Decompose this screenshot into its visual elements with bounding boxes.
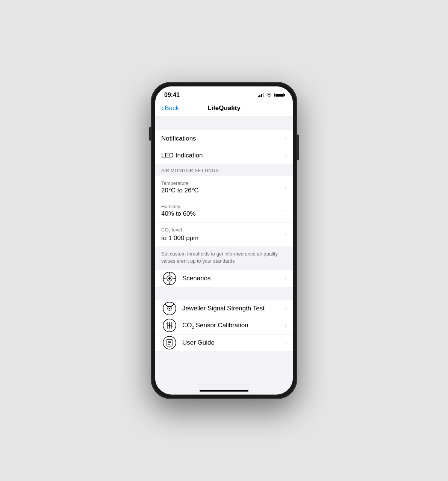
- temperature-chevron-icon: ›: [285, 184, 287, 191]
- co2-value: to 1 000 ppm: [161, 234, 282, 242]
- co2-subtitle: CO2 level: [161, 227, 282, 234]
- user-guide-item[interactable]: User Guide ›: [155, 334, 293, 351]
- air-monitor-section-header: AIR MONITOR SETTINGS: [155, 164, 293, 176]
- notifications-item[interactable]: Notifications ›: [155, 130, 293, 147]
- content-area: Notifications › LED Indication › AIR MON…: [155, 117, 293, 388]
- humidity-chevron-icon: ›: [285, 207, 287, 214]
- main-settings-group: Notifications › LED Indication ›: [155, 130, 293, 164]
- temperature-value: 20°C to 26°C: [161, 187, 282, 194]
- phone-frame: 09:41: [151, 82, 297, 399]
- bottom-padding: [155, 351, 293, 362]
- back-chevron-icon: ‹: [161, 105, 163, 112]
- notifications-label: Notifications: [161, 135, 196, 142]
- led-indication-label: LED Indication: [161, 152, 203, 159]
- back-label: Back: [165, 104, 179, 112]
- jeweller-signal-icon: [161, 300, 178, 317]
- home-indicator: [200, 390, 248, 392]
- status-icons: [258, 92, 284, 98]
- scenarios-item[interactable]: Scenarios ›: [155, 270, 293, 287]
- scenarios-icon: [161, 270, 178, 287]
- notifications-chevron-icon: ›: [285, 135, 287, 142]
- air-monitor-settings-group: Temperature 20°C to 26°C › Humidity 40% …: [155, 176, 293, 247]
- nav-bar: ‹ Back LifeQuality: [155, 101, 293, 117]
- jeweller-chevron-icon: ›: [285, 305, 287, 312]
- humidity-item[interactable]: Humidity 40% to 60% ›: [155, 199, 293, 222]
- scenarios-chevron-icon: ›: [285, 275, 287, 282]
- signal-icon: [258, 93, 264, 97]
- battery-icon: [274, 93, 284, 97]
- status-time: 09:41: [164, 92, 180, 98]
- temperature-subtitle: Temperature: [161, 180, 282, 186]
- led-chevron-icon: ›: [285, 152, 287, 159]
- wifi-icon: [266, 92, 272, 98]
- jeweller-item[interactable]: Jeweller Signal Strength Test ›: [155, 300, 293, 317]
- back-button[interactable]: ‹ Back: [161, 104, 179, 112]
- page-title: LifeQuality: [207, 104, 241, 112]
- led-indication-item[interactable]: LED Indication ›: [155, 147, 293, 164]
- humidity-subtitle: Humidity: [161, 204, 282, 209]
- temperature-item[interactable]: Temperature 20°C to 26°C ›: [155, 176, 293, 199]
- mid-separator: [155, 287, 293, 300]
- svg-point-5: [169, 308, 170, 309]
- co2-chevron-icon: ›: [285, 231, 287, 238]
- top-separator: [155, 117, 293, 130]
- user-guide-label: User Guide: [182, 339, 215, 346]
- co2-calibration-chevron-icon: ›: [285, 322, 287, 329]
- user-guide-icon: [161, 334, 178, 351]
- co2-calibration-icon: [161, 317, 178, 334]
- svg-point-2: [168, 277, 171, 280]
- co2-calibration-item[interactable]: CO2 Sensor Calibration ›: [155, 317, 293, 334]
- scenarios-label: Scenarios: [182, 275, 211, 282]
- scenarios-group: Scenarios ›: [155, 270, 293, 287]
- co2-calibration-label: CO2 Sensor Calibration: [182, 322, 248, 329]
- air-monitor-note-text: Set custom thresholds to get informed on…: [161, 251, 278, 264]
- status-bar: 09:41: [155, 86, 293, 101]
- tools-group: Jeweller Signal Strength Test ›: [155, 300, 293, 351]
- air-monitor-note: Set custom thresholds to get informed on…: [155, 247, 293, 270]
- air-monitor-header-label: AIR MONITOR SETTINGS: [161, 168, 219, 173]
- phone-screen: 09:41: [155, 86, 293, 395]
- jeweller-label: Jeweller Signal Strength Test: [182, 305, 265, 312]
- user-guide-chevron-icon: ›: [285, 339, 287, 346]
- co2-item[interactable]: CO2 level to 1 000 ppm ›: [155, 222, 293, 247]
- humidity-value: 40% to 60%: [161, 210, 282, 218]
